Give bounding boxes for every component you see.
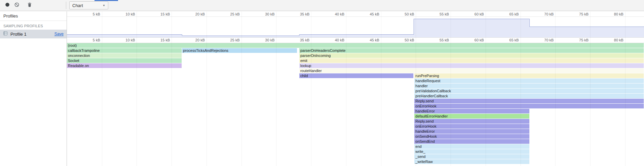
axis-tick-label: 40 kB xyxy=(324,12,344,16)
sampling-profiles-section-label: SAMPLING PROFILES xyxy=(0,21,67,30)
axis-tick-label: 30 kB xyxy=(254,38,274,42)
axis-tick-label: 80 kB xyxy=(603,38,623,42)
save-profile-link[interactable]: Save xyxy=(54,32,64,36)
axis-tick-label: 70 kB xyxy=(533,12,554,16)
profile-name: Profile 1 xyxy=(10,32,52,37)
record-button[interactable] xyxy=(3,1,12,10)
flame-bar[interactable]: Reply.send xyxy=(414,99,644,103)
clear-button[interactable] xyxy=(12,1,22,10)
axis-tick-label: 10 kB xyxy=(115,38,135,42)
flame-bar[interactable]: preHandlerCallback xyxy=(414,94,644,98)
profile-item[interactable]: Profile 1 Save xyxy=(0,30,67,38)
axis-tick-label: 50 kB xyxy=(394,12,414,16)
flame-bar[interactable]: child xyxy=(299,73,414,78)
block-icon xyxy=(14,2,20,9)
axis-tick-label: 75 kB xyxy=(568,12,589,16)
flame-bar[interactable]: Socket xyxy=(67,58,182,63)
flame-bar[interactable]: handler xyxy=(414,84,644,88)
flame-chart-panel: 5 kB10 kB15 kB20 kB25 kB30 kB35 kB40 kB4… xyxy=(67,11,644,166)
profiles-sidebar: Profiles SAMPLING PROFILES Profile 1 Sav… xyxy=(0,11,67,166)
flame-bar[interactable]: onconnection xyxy=(67,53,182,58)
view-mode-select[interactable]: Chart ▼ xyxy=(69,1,108,9)
axis-tick-label: 5 kB xyxy=(80,12,100,16)
axis-tick-label: 25 kB xyxy=(220,38,240,42)
axis-tick-label: 40 kB xyxy=(324,38,344,42)
delete-profile-button[interactable] xyxy=(25,1,34,10)
profile-icon xyxy=(3,31,8,37)
axis-tick-label: 70 kB xyxy=(533,38,554,42)
axis-tick-label: 50 kB xyxy=(394,38,414,42)
axis-tick-label: 20 kB xyxy=(185,38,205,42)
view-mode-value: Chart xyxy=(72,3,83,8)
trash-icon xyxy=(27,2,32,9)
axis-tick-label: 25 kB xyxy=(220,12,240,16)
flame-bar[interactable]: parserOnHeadersComplete xyxy=(299,48,644,53)
axis-tick-label: 60 kB xyxy=(464,38,484,42)
axis-tick-label: 65 kB xyxy=(499,38,519,42)
flame-bar[interactable]: Readable.on xyxy=(67,63,182,68)
flame-bar[interactable]: Reply.send xyxy=(414,119,529,124)
flame-bar[interactable]: lookup xyxy=(299,63,644,68)
axis-tick-label: 45 kB xyxy=(359,12,379,16)
axis-tick-label: 5 kB xyxy=(80,38,100,42)
flame-bar[interactable]: handleError xyxy=(414,129,529,134)
active-tab-indicator xyxy=(94,0,118,1)
flame-bar[interactable]: emit xyxy=(299,58,644,63)
flame-bar[interactable]: write_ xyxy=(414,149,529,154)
sidebar-title: Profiles xyxy=(0,11,67,21)
flame-bar[interactable]: runPreParsing xyxy=(414,73,644,78)
chevron-down-icon: ▼ xyxy=(103,4,105,7)
flame-bar[interactable]: onErrorHook xyxy=(414,124,529,129)
flame-bar[interactable]: routeHandler xyxy=(299,68,644,73)
flame-bar[interactable]: (root) xyxy=(67,43,644,48)
flame-bar[interactable]: callbackTrampoline xyxy=(67,48,182,53)
axis-tick-label: 35 kB xyxy=(289,12,309,16)
axis-tick-label: 15 kB xyxy=(150,38,170,42)
flame-bar[interactable]: end xyxy=(414,144,529,149)
flame-bar[interactable]: _writeRaw xyxy=(414,159,529,164)
axis-tick-label: 65 kB xyxy=(499,12,519,16)
flame-bar[interactable]: parserOnIncoming xyxy=(299,53,644,58)
axis-tick-label: 80 kB xyxy=(603,12,623,16)
record-icon xyxy=(5,2,10,9)
axis-tick-label: 45 kB xyxy=(359,38,379,42)
axis-tick-label: 60 kB xyxy=(464,12,484,16)
flame-rows: (root)callbackTrampolineprocessTicksAndR… xyxy=(67,43,644,166)
overview-ruler: 5 kB10 kB15 kB20 kB25 kB30 kB35 kB40 kB4… xyxy=(67,11,644,16)
memory-overview-chart[interactable] xyxy=(67,16,644,38)
axis-tick-label: 15 kB xyxy=(150,12,170,16)
flame-bar[interactable]: handleError xyxy=(414,109,529,113)
flame-bar[interactable]: defaultErrorHandler xyxy=(414,114,529,119)
axis-tick-label: 20 kB xyxy=(185,12,205,16)
flame-bar[interactable]: onSendEnd xyxy=(414,139,529,144)
axis-tick-label: 55 kB xyxy=(429,12,449,16)
flame-bar[interactable]: processTicksAndRejections xyxy=(182,48,297,53)
flame-bar[interactable]: onSendHook xyxy=(414,134,529,139)
flame-bar[interactable]: _send xyxy=(414,154,529,159)
axis-tick-label: 35 kB xyxy=(289,38,309,42)
flame-bar[interactable]: preValidationCallback xyxy=(414,89,644,93)
axis-tick-label: 30 kB xyxy=(254,12,274,16)
flame-ruler: 5 kB10 kB15 kB20 kB25 kB30 kB35 kB40 kB4… xyxy=(67,37,644,43)
flame-bar[interactable]: onErrorHook xyxy=(414,104,644,108)
toolbar-separator xyxy=(66,2,66,9)
axis-tick-label: 55 kB xyxy=(429,38,449,42)
axis-tick-label: 75 kB xyxy=(568,38,589,42)
flame-bar[interactable]: handleRequest xyxy=(414,78,644,83)
axis-tick-label: 10 kB xyxy=(115,12,135,16)
toolbar: Chart ▼ xyxy=(0,0,644,11)
